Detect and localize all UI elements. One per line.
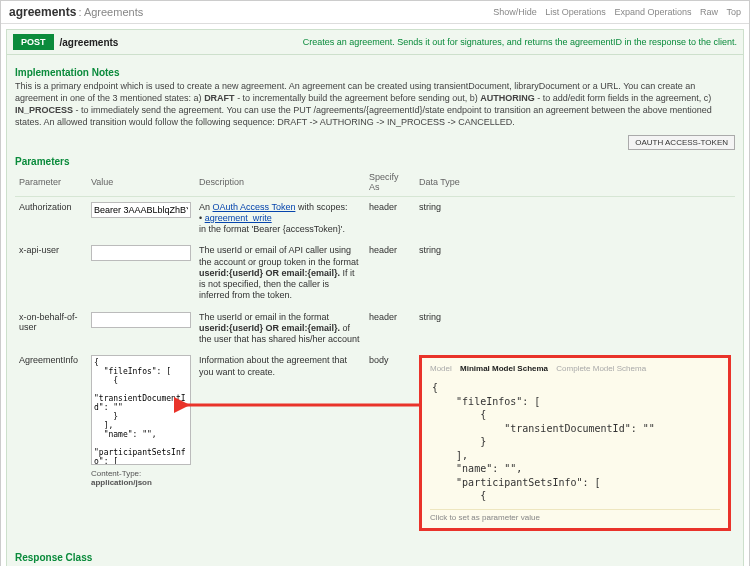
param-row-x-api-user: x-api-user The userId or email of API ca… [15,240,735,306]
agreementinfo-textarea[interactable]: { "fileInfos": [ { "transientDocumentId"… [91,355,191,465]
operation-panel: POST /agreements Creates an agreement. S… [6,29,744,566]
link-expand-ops[interactable]: Expand Operations [614,7,691,17]
content-type-label: Content-Type: application/json [91,469,191,487]
param-desc: The userId or email in the format userid… [195,307,365,351]
param-row-authorization: Authorization An OAuth Access Token with… [15,196,735,240]
oauth-access-token-button[interactable]: OAUTH ACCESS-TOKEN [628,135,735,150]
response-section: Response Class Model Model Schema +···Ag… [7,542,743,566]
tab-minimal-schema[interactable]: Minimal Model Schema [460,364,548,373]
link-top[interactable]: Top [726,7,741,17]
resource-title: agreements: Agreements [9,5,143,19]
param-name: AgreementInfo [15,350,87,536]
model-schema-box: Model Minimal Model Schema Complete Mode… [419,355,731,531]
param-type: string [415,240,735,306]
api-doc-page: agreements: Agreements Show/Hide List Op… [0,0,750,566]
param-spec: header [365,196,415,240]
notes-heading: Implementation Notes [15,67,735,78]
col-parameter: Parameter [15,169,87,197]
tab-model[interactable]: Model [430,364,452,373]
param-name: x-api-user [15,240,87,306]
x-api-user-input[interactable] [91,245,191,261]
param-name: Authorization [15,196,87,240]
param-spec: header [365,240,415,306]
oauth-row: OAUTH ACCESS-TOKEN [15,135,735,150]
param-spec: body [365,350,415,536]
operation-body: Implementation Notes This is a primary e… [7,55,743,542]
resource-name: agreements [9,5,76,19]
http-method-badge: POST [13,34,54,50]
model-schema-wrap: Model Minimal Model Schema Complete Mode… [419,355,731,531]
model-tabs: Model Minimal Model Schema Complete Mode… [430,364,720,373]
col-specify-as: Specify As [365,169,415,197]
link-showhide[interactable]: Show/Hide [493,7,537,17]
model-code: { "fileInfos": [ { "transientDocumentId"… [430,377,720,505]
endpoint-path: /agreements [60,37,119,48]
param-desc: The userId or email of API caller using … [195,240,365,306]
page-header: agreements: Agreements Show/Hide List Op… [1,1,749,24]
oauth-token-link[interactable]: OAuth Access Token [213,202,296,212]
param-name: x-on-behalf-of-user [15,307,87,351]
param-type: string [415,307,735,351]
col-data-type: Data Type [415,169,735,197]
col-value: Value [87,169,195,197]
x-on-behalf-input[interactable] [91,312,191,328]
param-row-agreementinfo: AgreementInfo { "fileInfos": [ { "transi… [15,350,735,536]
col-description: Description [195,169,365,197]
endpoint-row[interactable]: POST /agreements Creates an agreement. S… [7,30,743,55]
authorization-input[interactable] [91,202,191,218]
param-desc: Information about the agreement that you… [195,350,365,536]
parameters-table: Parameter Value Description Specify As D… [15,169,735,536]
tab-complete-schema[interactable]: Complete Model Schema [556,364,646,373]
response-heading: Response Class [15,552,735,563]
param-spec: header [365,307,415,351]
param-row-x-on-behalf: x-on-behalf-of-user The userId or email … [15,307,735,351]
top-action-links: Show/Hide List Operations Expand Operati… [487,7,741,17]
resource-subtitle: : Agreements [78,6,143,18]
endpoint-summary: Creates an agreement. Sends it out for s… [303,37,737,47]
param-desc: An OAuth Access Token with scopes: • agr… [195,196,365,240]
notes-text: This is a primary endpoint which is used… [15,80,735,129]
param-type: string [415,196,735,240]
scope-link[interactable]: agreement_write [205,213,272,223]
parameters-heading: Parameters [15,156,735,167]
link-list-ops[interactable]: List Operations [545,7,606,17]
link-raw[interactable]: Raw [700,7,718,17]
model-set-hint[interactable]: Click to set as parameter value [430,509,720,522]
